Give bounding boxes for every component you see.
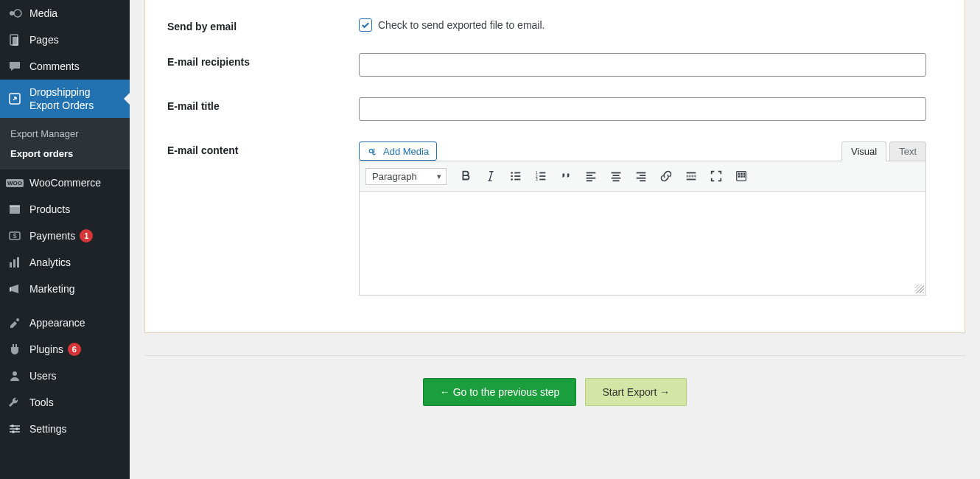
submenu-export-manager[interactable]: Export Manager xyxy=(0,124,130,144)
analytics-icon xyxy=(7,255,22,270)
svg-point-0 xyxy=(10,11,14,15)
footer-actions: ← Go to the previous step Start Export → xyxy=(144,355,965,413)
svg-rect-25 xyxy=(514,172,520,174)
media-icon xyxy=(7,6,22,21)
sidebar-label: Appearance xyxy=(29,317,85,329)
email-recipients-input[interactable] xyxy=(359,53,926,77)
sidebar-label: WooCommerce xyxy=(29,177,101,189)
export-icon xyxy=(7,91,22,106)
bullet-list-button[interactable] xyxy=(505,166,526,186)
svg-rect-33 xyxy=(539,179,545,181)
toolbar-toggle-button[interactable] xyxy=(731,166,752,186)
tab-visual[interactable]: Visual xyxy=(841,141,886,161)
payments-badge: 1 xyxy=(80,229,93,242)
sidebar-item-settings[interactable]: Settings xyxy=(0,416,130,442)
svg-rect-54 xyxy=(738,175,741,178)
svg-point-20 xyxy=(12,430,15,433)
svg-text:3: 3 xyxy=(536,177,538,181)
label-email-content: E-mail content xyxy=(167,141,359,296)
svg-point-1 xyxy=(14,10,21,17)
sidebar-item-users[interactable]: Users xyxy=(0,363,130,389)
svg-rect-3 xyxy=(13,37,18,46)
align-left-button[interactable] xyxy=(581,166,601,186)
tab-text[interactable]: Text xyxy=(889,141,926,161)
number-list-button[interactable]: 123 xyxy=(531,166,551,186)
plugins-icon xyxy=(7,342,22,357)
send-by-email-checkbox[interactable] xyxy=(359,18,372,32)
sidebar-item-marketing[interactable]: Marketing xyxy=(0,276,130,302)
admin-sidebar: Media Pages Comments DropshippingExport … xyxy=(0,0,130,479)
svg-rect-46 xyxy=(687,172,696,174)
svg-rect-45 xyxy=(640,180,645,181)
add-media-button[interactable]: Add Media xyxy=(359,141,437,161)
bold-button[interactable] xyxy=(455,166,476,186)
svg-point-23 xyxy=(511,175,513,178)
sidebar-label: Analytics xyxy=(29,256,71,268)
sidebar-item-tools[interactable]: Tools xyxy=(0,389,130,416)
sidebar-item-pages[interactable]: Pages xyxy=(0,27,130,53)
svg-point-21 xyxy=(369,150,373,153)
form-panel: Send by email Check to send exported fil… xyxy=(144,0,965,333)
svg-rect-5 xyxy=(10,206,20,214)
editor-tabs: Visual Text xyxy=(359,141,926,161)
email-title-input[interactable] xyxy=(359,97,926,121)
insert-more-button[interactable] xyxy=(681,166,701,186)
row-email-recipients: E-mail recipients xyxy=(167,43,942,87)
svg-rect-55 xyxy=(741,175,743,178)
label-email-title: E-mail title xyxy=(167,97,359,121)
sidebar-item-payments[interactable]: $ Payments 1 xyxy=(0,223,130,249)
sidebar-item-comments[interactable]: Comments xyxy=(0,53,130,80)
sidebar-label: Products xyxy=(29,203,70,215)
align-right-button[interactable] xyxy=(631,166,651,186)
sidebar-item-appearance[interactable]: Appearance xyxy=(0,310,130,336)
previous-step-button[interactable]: ← Go to the previous step xyxy=(423,378,577,406)
svg-rect-9 xyxy=(10,262,12,268)
svg-rect-27 xyxy=(514,179,520,181)
sidebar-label: Payments xyxy=(29,230,75,242)
svg-rect-53 xyxy=(743,173,746,175)
main-content: Send by email Check to send exported fil… xyxy=(130,0,980,479)
blockquote-button[interactable] xyxy=(556,166,576,186)
sidebar-label: DropshippingExport Orders xyxy=(29,85,94,112)
svg-rect-52 xyxy=(741,173,743,175)
wysiwyg-editor: Paragraph 123 xyxy=(359,161,926,296)
tools-icon xyxy=(7,395,22,410)
svg-rect-44 xyxy=(637,178,646,179)
format-select[interactable]: Paragraph xyxy=(365,168,447,185)
link-button[interactable] xyxy=(656,166,676,186)
appearance-icon xyxy=(7,315,22,330)
start-export-button[interactable]: Start Export → xyxy=(585,378,687,406)
sidebar-item-analytics[interactable]: Analytics xyxy=(0,249,130,276)
svg-point-22 xyxy=(511,172,513,174)
svg-rect-40 xyxy=(612,178,621,179)
sidebar-item-plugins[interactable]: Plugins 6 xyxy=(0,336,130,363)
svg-rect-38 xyxy=(612,172,621,174)
editor-toolbar: Paragraph 123 xyxy=(360,161,925,192)
sidebar-item-products[interactable]: Products xyxy=(0,196,130,223)
svg-rect-51 xyxy=(738,173,741,175)
svg-point-18 xyxy=(11,424,14,427)
svg-rect-11 xyxy=(17,257,19,268)
svg-rect-32 xyxy=(539,175,545,177)
resize-handle[interactable] xyxy=(915,284,924,293)
row-email-content: E-mail content Add Media Visual Text Par… xyxy=(167,131,942,306)
settings-icon xyxy=(7,422,22,436)
fullscreen-button[interactable] xyxy=(706,166,727,186)
align-center-button[interactable] xyxy=(606,166,626,186)
svg-point-24 xyxy=(511,178,513,181)
sidebar-item-dropshipping-export[interactable]: DropshippingExport Orders xyxy=(0,80,130,118)
woocommerce-icon: WOO xyxy=(7,175,22,190)
svg-text:$: $ xyxy=(13,232,16,240)
svg-rect-31 xyxy=(539,172,545,174)
svg-rect-41 xyxy=(613,180,620,181)
svg-rect-34 xyxy=(587,172,596,174)
marketing-icon xyxy=(7,282,22,296)
users-icon xyxy=(7,368,22,383)
row-email-title: E-mail title xyxy=(167,87,942,131)
sidebar-item-woocommerce[interactable]: WOO WooCommerce xyxy=(0,169,130,196)
pages-icon xyxy=(7,32,22,47)
italic-button[interactable] xyxy=(480,166,501,186)
sidebar-item-media[interactable]: Media xyxy=(0,0,130,27)
editor-body[interactable] xyxy=(360,192,925,295)
submenu-export-orders[interactable]: Export orders xyxy=(0,144,130,164)
